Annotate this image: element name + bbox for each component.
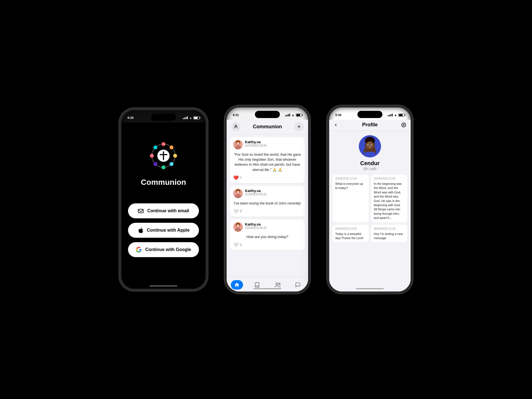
profile-title: Profile [362, 122, 378, 128]
auth-buttons: Continue with email Continue with Apple [128, 203, 199, 257]
like-button[interactable]: 🤍 [233, 242, 239, 247]
svg-point-13 [235, 125, 237, 127]
feed-screen: Communion [227, 120, 308, 291]
feed-title: Communion [253, 124, 282, 130]
status-icons-2: ▲ [285, 113, 302, 117]
svg-point-4 [162, 142, 165, 146]
post-meta: Kaithy.va 21/04/2023 09:42 [245, 222, 301, 229]
debug-badge: DEBUG [199, 108, 208, 112]
nav-home[interactable] [231, 280, 243, 290]
signal-icon-3 [388, 114, 393, 116]
settings-button[interactable] [398, 122, 406, 127]
mini-post-card: 20/05/2023 12:03 In the beginning was th… [371, 175, 407, 222]
profile-body: Cendur @c.oyib 20/05/2023 12:03 What is … [329, 131, 411, 291]
svg-point-9 [154, 162, 157, 166]
like-count: 0 [240, 243, 242, 247]
post-actions: ❤️ 1 [233, 175, 301, 180]
email-login-button[interactable]: Continue with email [128, 203, 199, 218]
svg-rect-12 [138, 209, 143, 213]
post-card: Kaithy.va 21/04/2023 09:42 How are you d… [230, 219, 305, 250]
wifi-icon: ▲ [189, 116, 192, 119]
apple-login-button[interactable]: Continue with Apple [128, 223, 199, 238]
svg-point-11 [154, 145, 157, 149]
svg-point-5 [170, 145, 173, 149]
post-content: I've been loving the book of John recent… [233, 200, 301, 207]
signal-icon [183, 116, 188, 119]
avatar [233, 140, 243, 149]
phone-feed: DEBUG 9:31 ▲ Communion [224, 105, 310, 294]
status-time-3: 9:30 [335, 113, 341, 117]
signal-icon-2 [285, 114, 290, 116]
post-time: 21/04/2023 09:42 [245, 193, 301, 196]
avatar [233, 189, 243, 198]
profile-name: Cendur [360, 160, 380, 167]
mini-post-content: What is everyone up to today? [335, 182, 366, 190]
mini-post-time: 20/05/2023 12:03 [374, 177, 405, 181]
profile-handle: @c.oyib [363, 167, 376, 171]
feed-header: Communion [227, 120, 308, 134]
post-time: 21/04/2023 09:42 [245, 226, 301, 229]
svg-point-31 [276, 283, 278, 285]
battery-icon-3 [398, 114, 405, 117]
battery-icon-2 [296, 114, 302, 117]
nav-messages[interactable] [292, 280, 304, 290]
home-bar-3 [356, 288, 384, 289]
mini-post-card: 20/05/2023 12:02 Today is a beautiful da… [332, 225, 369, 243]
phone-login: DEBUG 9:30 ▲ [119, 108, 208, 291]
wifi-icon-2: ▲ [291, 113, 295, 117]
home-bar-2 [254, 288, 281, 289]
add-post-button[interactable] [294, 122, 304, 131]
post-meta: Kaithy.va 21/04/2023 09:42 [245, 189, 301, 196]
post-actions: 🤍 0 [233, 242, 301, 247]
back-button[interactable] [334, 123, 342, 127]
svg-point-42 [372, 144, 372, 145]
google-btn-label: Continue with Google [145, 247, 191, 252]
google-login-button[interactable]: Continue with Google [128, 242, 199, 257]
home-bar [150, 285, 177, 287]
svg-point-10 [150, 154, 154, 158]
mini-post-content: In the beginning was the Word, and the W… [374, 182, 405, 220]
post-card: Kaithy.va 21/04/2023 09:42 I've been lov… [230, 186, 305, 217]
post-username: Kaithy.va [245, 189, 301, 193]
profile-header: Profile [329, 120, 411, 131]
app-logo [147, 139, 180, 172]
svg-point-33 [403, 124, 405, 126]
account-icon[interactable] [231, 122, 241, 131]
wifi-icon-3: ▲ [394, 113, 397, 117]
mini-post-card: 20/05/2023 12:03 What is everyone up to … [332, 175, 369, 222]
mini-post-time: 20/05/2023 12:03 [335, 177, 366, 181]
svg-point-8 [162, 165, 165, 169]
app-title: Communion [141, 178, 186, 187]
status-icons-3: ▲ [388, 113, 405, 117]
svg-rect-43 [365, 152, 375, 157]
apple-icon [137, 227, 144, 233]
post-meta: Kaithy.va 21/04/2023 09:44 [245, 140, 301, 147]
post-header: Kaithy.va 21/04/2023 09:42 [233, 222, 301, 232]
post-header: Kaithy.va 21/04/2023 09:42 [233, 189, 301, 198]
apple-btn-label: Continue with Apple [147, 228, 190, 233]
mini-post-content: Today is a beautiful day! Praise the Lor… [335, 232, 366, 241]
mini-post-time: 20/05/2023 12:02 [335, 227, 366, 231]
mini-post-content: Hey I'm testing a new message [374, 232, 405, 241]
post-header: Kaithy.va 21/04/2023 09:44 [233, 140, 301, 149]
debug-badge-2: DEBUG [302, 105, 310, 110]
post-username: Kaithy.va [245, 140, 301, 144]
svg-point-7 [170, 162, 173, 166]
post-username: Kaithy.va [245, 222, 301, 226]
like-button[interactable]: 🤍 [233, 209, 239, 214]
dynamic-island [151, 114, 176, 121]
svg-point-41 [368, 144, 369, 145]
status-time: 9:30 [127, 116, 134, 119]
post-content: "For God so loved the world, that He gav… [233, 151, 301, 173]
post-time: 21/04/2023 09:44 [245, 144, 301, 147]
like-button[interactable]: ❤️ [233, 175, 239, 180]
dynamic-island-2 [255, 111, 280, 118]
status-time-2: 9:31 [233, 113, 239, 117]
google-icon [136, 247, 142, 253]
profile-screen: Profile [329, 120, 411, 291]
svg-point-32 [278, 283, 280, 285]
post-actions: 🤍 0 [233, 209, 301, 214]
dynamic-island-3 [357, 111, 382, 118]
debug-badge-3: DEBUG [404, 105, 413, 110]
feed-list: Kaithy.va 21/04/2023 09:44 "For God so l… [227, 134, 308, 277]
